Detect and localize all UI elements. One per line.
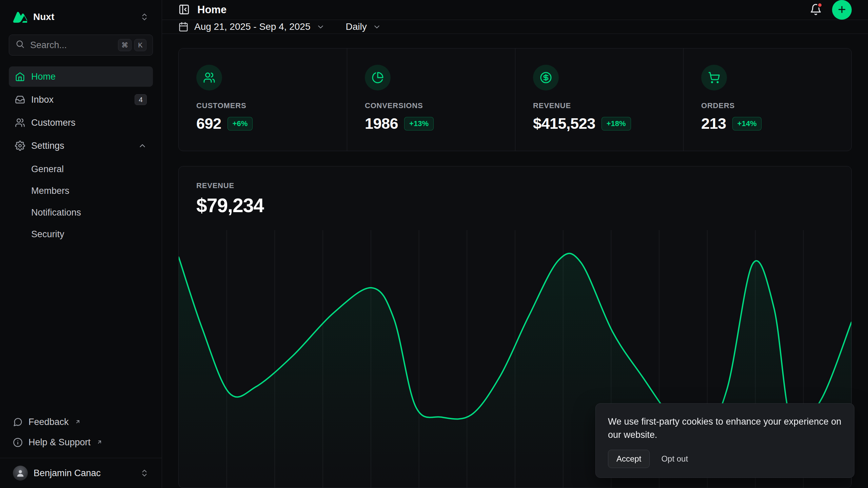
plus-icon xyxy=(837,4,847,16)
stat-value: 213 xyxy=(701,115,726,133)
circle-dollar-icon xyxy=(533,65,559,90)
search-box[interactable]: ⌘ K xyxy=(9,35,153,56)
stat-card-conversions[interactable]: CONVERSIONS 1986 +13% xyxy=(347,48,515,151)
settings-submenu: General Members Notifications Security xyxy=(9,159,153,244)
sidebar: Nuxt ⌘ K Home xyxy=(0,0,162,488)
sidebar-item-inbox[interactable]: Inbox 4 xyxy=(9,89,153,110)
sidebar-subitem-general[interactable]: General xyxy=(9,159,153,179)
stat-card-revenue[interactable]: REVENUE $415,523 +18% xyxy=(515,48,683,151)
sidebar-item-label: Inbox xyxy=(31,95,54,105)
info-icon xyxy=(13,438,23,447)
subitem-label: Security xyxy=(31,229,64,240)
revenue-value: $79,234 xyxy=(196,194,834,217)
search-shortcut: ⌘ K xyxy=(118,39,146,51)
stat-delta-badge: +13% xyxy=(404,117,434,130)
subitem-label: General xyxy=(31,164,64,175)
home-icon xyxy=(15,72,25,82)
inbox-icon xyxy=(15,95,25,105)
avatar xyxy=(13,466,28,481)
cookie-banner: We use first-party cookies to enhance yo… xyxy=(595,403,854,478)
stats-row: CUSTOMERS 692 +6% CONVERSIONS 1986 +13% xyxy=(178,48,852,151)
kbd-k-key: K xyxy=(134,39,146,51)
sidebar-subitem-security[interactable]: Security xyxy=(9,224,153,244)
sidebar-item-label: Home xyxy=(31,72,56,82)
granularity-label: Daily xyxy=(346,21,367,32)
nuxt-logo-icon xyxy=(13,12,27,22)
sidebar-item-label: Customers xyxy=(31,118,76,128)
chevron-up-icon xyxy=(138,141,147,150)
shopping-cart-icon xyxy=(701,65,727,90)
search-input[interactable] xyxy=(30,40,113,50)
user-name: Benjamin Canac xyxy=(34,468,101,479)
revenue-label: REVENUE xyxy=(196,181,834,190)
sidebar-toggle-button[interactable] xyxy=(178,4,190,16)
gear-icon xyxy=(15,141,25,151)
chevrons-up-down-icon xyxy=(140,13,149,21)
stat-delta-badge: +6% xyxy=(228,117,253,130)
calendar-icon xyxy=(178,22,189,32)
main-header: Home xyxy=(162,0,868,20)
optout-button[interactable]: Opt out xyxy=(654,450,695,468)
sidebar-item-settings[interactable]: Settings xyxy=(9,136,153,156)
sidebar-item-home[interactable]: Home xyxy=(9,66,153,87)
notifications-button[interactable] xyxy=(810,3,822,17)
chevrons-up-down-icon xyxy=(140,469,149,477)
stat-value: $415,523 xyxy=(533,115,595,133)
kbd-meta-key: ⌘ xyxy=(118,39,132,51)
page-title: Home xyxy=(197,4,226,16)
external-link-icon xyxy=(75,416,81,427)
user-menu[interactable]: Benjamin Canac xyxy=(10,464,152,483)
search-icon xyxy=(15,39,25,51)
stat-label: REVENUE xyxy=(533,101,666,110)
inbox-count-badge: 4 xyxy=(135,94,147,105)
toolbar: Aug 21, 2025 - Sep 4, 2025 Daily xyxy=(162,20,868,34)
stat-card-customers[interactable]: CUSTOMERS 692 +6% xyxy=(179,48,347,151)
users-icon xyxy=(15,118,25,128)
sidebar-item-label: Settings xyxy=(31,141,64,151)
date-range-label: Aug 21, 2025 - Sep 4, 2025 xyxy=(194,21,311,32)
pie-chart-icon xyxy=(365,65,391,90)
sidebar-subitem-notifications[interactable]: Notifications xyxy=(9,203,153,222)
cookie-message: We use first-party cookies to enhance yo… xyxy=(608,415,842,442)
accept-button[interactable]: Accept xyxy=(608,450,650,468)
sidebar-footer: Feedback Help & Support xyxy=(9,412,153,456)
workspace-switcher[interactable]: Nuxt xyxy=(9,8,153,26)
sidebar-item-help-support[interactable]: Help & Support xyxy=(9,433,153,452)
chevron-down-icon xyxy=(316,23,325,31)
stat-delta-badge: +18% xyxy=(601,117,631,130)
chevron-down-icon xyxy=(373,23,381,31)
sidebar-nav: Home Inbox 4 Customers Settings xyxy=(9,66,153,244)
stat-label: CONVERSIONS xyxy=(365,101,497,110)
stat-label: ORDERS xyxy=(701,101,834,110)
subitem-label: Notifications xyxy=(31,207,81,218)
workspace-name: Nuxt xyxy=(33,12,54,22)
stat-delta-badge: +14% xyxy=(732,117,762,130)
sidebar-item-customers[interactable]: Customers xyxy=(9,113,153,133)
footer-item-label: Help & Support xyxy=(28,437,91,448)
users-icon xyxy=(196,65,222,90)
stat-value: 1986 xyxy=(365,115,398,133)
external-link-icon xyxy=(97,437,102,447)
notification-dot xyxy=(817,2,823,8)
granularity-select[interactable]: Daily xyxy=(346,21,381,32)
subitem-label: Members xyxy=(31,186,70,196)
message-icon xyxy=(13,417,23,427)
sidebar-item-feedback[interactable]: Feedback xyxy=(9,412,153,431)
sidebar-subitem-members[interactable]: Members xyxy=(9,181,153,201)
panel-left-icon xyxy=(178,4,190,16)
add-button[interactable] xyxy=(832,0,852,20)
sidebar-user-section: Benjamin Canac xyxy=(0,458,162,488)
stat-value: 692 xyxy=(196,115,221,133)
stat-label: CUSTOMERS xyxy=(196,101,329,110)
date-range-picker[interactable]: Aug 21, 2025 - Sep 4, 2025 xyxy=(178,21,325,32)
footer-item-label: Feedback xyxy=(28,417,69,427)
stat-card-orders[interactable]: ORDERS 213 +14% xyxy=(683,48,851,151)
